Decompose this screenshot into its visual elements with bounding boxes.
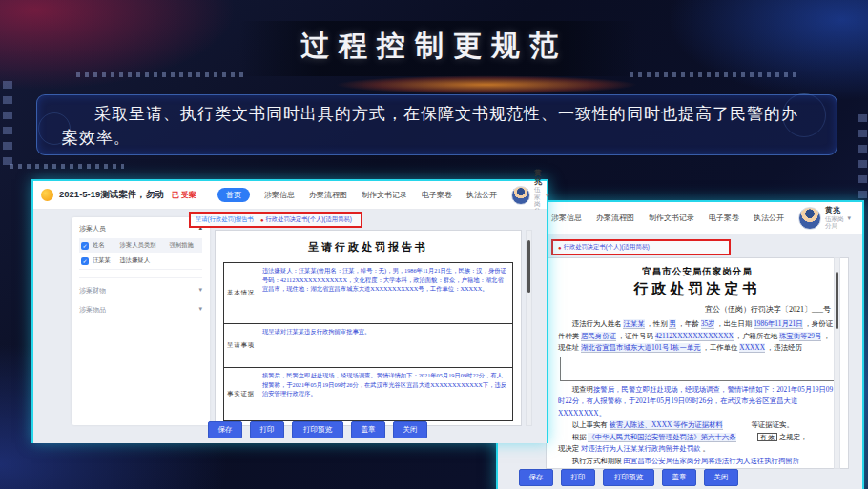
user-avatar bbox=[511, 186, 530, 205]
left-app-body: 涉案人员 ▴ ✓ 姓名 涉案人员类别 强制措施 ✓ 汪某某 违法嫌疑人 bbox=[33, 210, 547, 443]
penalty-report-page: 呈请行政处罚报告书 基本情况 违法嫌疑人：汪某某(曾用名：汪某，绰号：无)，男，… bbox=[215, 230, 522, 426]
right-tab-bar: 涉案信息 办案流程图 制作文书记录 电子案卷 执法公开 bbox=[551, 213, 798, 223]
app-window-right: 涉案信息 办案流程图 制作文书记录 电子案卷 执法公开 黄兆 伍家岗分局 ▾ ●… bbox=[496, 200, 864, 489]
tab-flow-chart[interactable]: 办案流程图 bbox=[309, 190, 347, 200]
left-tab-bar: 首页 涉案信息 办案流程图 制作文书记录 电子案卷 执法公开 bbox=[217, 188, 511, 202]
right-app-header: 涉案信息 办案流程图 制作文书记录 电子案卷 执法公开 黄兆 伍家岗分局 ▾ bbox=[498, 202, 862, 234]
doc-paragraph-decision: 现决定 对违法行为人汪某某行政拘留并处罚款 。 bbox=[558, 443, 837, 456]
report-table: 基本情况 违法嫌疑人：汪某某(曾用名：汪某，绰号：无)，男，1986年11月21… bbox=[223, 262, 513, 421]
stamp-button[interactable]: 盖章 bbox=[351, 421, 385, 438]
col-name: 姓名 bbox=[91, 238, 118, 253]
tab-law-public[interactable]: 执法公开 bbox=[754, 213, 784, 223]
doc-scrollbar[interactable] bbox=[834, 257, 840, 469]
description-panel: 采取呈请、执行类文书同时出具的方式，在保障文书规范性、一致性的同时也提高了民警的… bbox=[36, 94, 837, 155]
squares-decoration bbox=[858, 114, 867, 200]
tab-case-info[interactable]: 涉案信息 bbox=[551, 213, 582, 223]
tab-case-info[interactable]: 涉案信息 bbox=[264, 190, 295, 200]
col-measure: 强制措施 bbox=[168, 238, 202, 253]
person-name: 汪某某 bbox=[91, 253, 118, 270]
persons-table: ✓ 姓名 涉案人员类别 强制措施 ✓ 汪某某 违法嫌疑人 bbox=[79, 238, 202, 270]
tab-doc-records[interactable]: 制作文书记录 bbox=[649, 213, 694, 223]
app-window-left: 2021-5-19测试案件，勿动 已 受案 首页 涉案信息 办案流程图 制作文书… bbox=[31, 179, 548, 443]
unsaved-dot-icon: ● bbox=[558, 245, 562, 251]
select-all-checkbox[interactable]: ✓ bbox=[81, 242, 89, 250]
print-button[interactable]: 打印 bbox=[250, 421, 284, 438]
tab-flow-chart[interactable]: 办案流程图 bbox=[596, 213, 634, 223]
page-title: 过程控制更规范 bbox=[0, 27, 868, 66]
dots-decoration bbox=[76, 72, 248, 77]
user-org: 伍家岗分局 bbox=[825, 215, 843, 229]
chevron-down-icon: ▾ bbox=[198, 305, 202, 315]
persons-table-header-row: ✓ 姓名 涉案人员类别 强制措施 bbox=[79, 238, 202, 253]
right-user-menu[interactable]: 黄兆 伍家岗分局 ▾ bbox=[798, 207, 851, 230]
squares-decoration bbox=[3, 81, 12, 167]
person-row[interactable]: ✓ 汪某某 违法嫌疑人 bbox=[79, 253, 202, 270]
doc-tab-penalty-decision[interactable]: 行政处罚决定书(个人)(适用简易) bbox=[266, 215, 352, 224]
dots-decoration bbox=[630, 72, 801, 77]
user-name: 黄兆 bbox=[825, 207, 843, 215]
chevron-down-icon: ▾ bbox=[198, 286, 202, 295]
row-content-request[interactable]: 现呈请对汪某某违反行政拘留审批事宜。 bbox=[258, 324, 513, 368]
history-field-box[interactable] bbox=[560, 357, 835, 381]
chevron-down-icon: ▾ bbox=[546, 192, 549, 199]
left-app-header: 2021-5-19测试案件，勿动 已 受案 首页 涉案信息 办案流程图 制作文书… bbox=[33, 181, 547, 210]
slide-stage: 过程控制更规范 采取呈请、执行类文书同时出具的方式，在保障文书规范性、一致性的同… bbox=[0, 0, 868, 489]
tab-doc-records[interactable]: 制作文书记录 bbox=[362, 190, 407, 200]
close-button[interactable]: 关闭 bbox=[393, 421, 427, 438]
left-doc-buttons: 保存 打印 打印预览 盖章 关闭 bbox=[33, 421, 547, 438]
save-button[interactable]: 保存 bbox=[519, 469, 553, 486]
dots-decoration bbox=[10, 164, 124, 169]
row-content-evidence[interactable]: 接警后，民警立即赶赴现场，经现场调查、警情详情如下：2021年05月19日09时… bbox=[258, 368, 513, 421]
doc-paragraph-facts: 现查明接警后，民警立即赶赴现场，经现场调查，警情详情如下：2021年05月19日… bbox=[558, 384, 837, 420]
doc-paragraph-evidence: 以上事实有 被害人陈述、XXXX 等作为证据材料 等证据证实。 bbox=[558, 419, 837, 432]
save-button[interactable]: 保存 bbox=[208, 421, 242, 438]
table-row: 事实证据 接警后，民警立即赶赴现场，经现场调查、警情详情如下：2021年05月1… bbox=[224, 368, 513, 421]
row-checkbox[interactable]: ✓ bbox=[81, 257, 89, 265]
scrollbar-thumb[interactable] bbox=[836, 272, 838, 329]
tab-home[interactable]: 首页 bbox=[217, 188, 250, 202]
table-row: 呈请事项 现呈请对汪某某违反行政拘留审批事宜。 bbox=[224, 324, 513, 368]
property-section-header[interactable]: 涉案财物 ▾ bbox=[79, 277, 202, 297]
tab-law-public[interactable]: 执法公开 bbox=[466, 190, 497, 200]
doc-paragraph-basicinfo: 违法行为人姓名 汪某某 ，性别 男 ，年龄 35岁 ，出生日期 1986年11月… bbox=[558, 318, 837, 355]
unsaved-dot-icon: ● bbox=[260, 217, 264, 223]
row-label-evidence: 事实证据 bbox=[224, 368, 258, 421]
right-doc-buttons: 保存 打印 打印预览 盖章 关闭 bbox=[498, 469, 862, 486]
items-section-header[interactable]: 涉案物品 ▾ bbox=[79, 299, 202, 316]
persons-section-label: 涉案人员 bbox=[79, 224, 106, 234]
right-doc-tab-annotation: ● 行政处罚决定书(个人)(适用简易) bbox=[551, 239, 731, 255]
case-title: 2021-5-19测试案件，勿动 bbox=[59, 189, 164, 201]
doc-number: 宜公（伍岗）行罚决字〔2021〕___号 bbox=[558, 304, 837, 315]
doc-tab-report[interactable]: 呈请(行政处罚)报告书 bbox=[196, 215, 254, 224]
print-preview-button[interactable]: 打印预览 bbox=[292, 421, 343, 438]
doc-org-name: 宜昌市公安局伍家岗分局 bbox=[558, 266, 837, 278]
items-section-label: 涉案物品 bbox=[79, 305, 106, 315]
col-category: 涉案人员类别 bbox=[118, 238, 168, 253]
right-app-body: ● 行政处罚决定书(个人)(适用简易) 宜昌市公安局伍家岗分局 行政处罚决定书 … bbox=[498, 234, 862, 489]
row-label-basic: 基本情况 bbox=[224, 263, 258, 324]
close-button[interactable]: 关闭 bbox=[704, 469, 738, 486]
doc-paragraph-legal-basis: 根据 《中华人民共和国治安管理处罚法》第六十六条 有 效 之规定， bbox=[558, 432, 837, 444]
print-button[interactable]: 打印 bbox=[561, 469, 595, 486]
case-status-badge: 已 受案 bbox=[172, 190, 196, 200]
tab-e-file[interactable]: 电子案卷 bbox=[422, 190, 452, 200]
property-section-label: 涉案财物 bbox=[79, 286, 106, 295]
doc-scrollbar[interactable] bbox=[526, 230, 532, 426]
scrollbar-thumb[interactable] bbox=[527, 240, 530, 293]
chevron-down-icon: ▾ bbox=[847, 214, 851, 222]
person-category: 违法嫌疑人 bbox=[118, 253, 168, 270]
user-name: 黄兆 bbox=[534, 170, 542, 187]
doc-tab-penalty-decision[interactable]: 行政处罚决定书(个人)(适用简易) bbox=[564, 243, 650, 252]
tab-e-file[interactable]: 电子案卷 bbox=[709, 213, 739, 223]
row-content-basic[interactable]: 违法嫌疑人：汪某某(曾用名：汪某，绰号：无)，男，1986年11月21日生，民族… bbox=[258, 263, 513, 324]
print-preview-button[interactable]: 打印预览 bbox=[603, 469, 654, 486]
stamp-button[interactable]: 盖章 bbox=[662, 469, 696, 486]
doc-title: 呈请行政处罚报告书 bbox=[223, 240, 513, 255]
user-meta: 黄兆 伍家岗分局 bbox=[825, 207, 843, 229]
case-coin-icon bbox=[41, 189, 53, 201]
involved-persons-panel: 涉案人员 ▴ ✓ 姓名 涉案人员类别 强制措施 ✓ 汪某某 违法嫌疑人 bbox=[72, 217, 210, 425]
doc-paragraph-execution: 执行方式和期限 由宜昌市公安局伍家岗分局将违法行为人送往执行拘留所 bbox=[558, 456, 837, 468]
persons-section-header[interactable]: 涉案人员 ▴ bbox=[79, 224, 202, 234]
left-doc-tab-annotation: 呈请(行政处罚)报告书 ● 行政处罚决定书(个人)(适用简易) bbox=[189, 212, 362, 228]
row-label-request: 呈请事项 bbox=[224, 324, 258, 368]
